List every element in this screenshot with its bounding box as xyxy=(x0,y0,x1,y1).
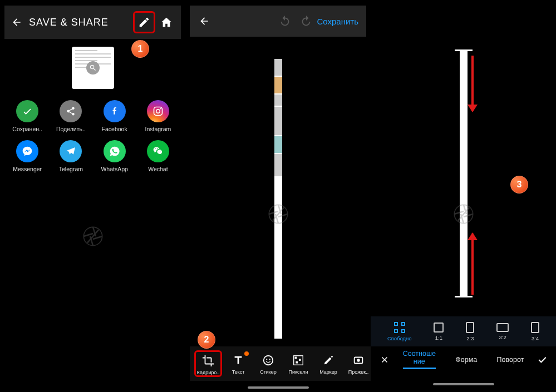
facebook-icon xyxy=(104,100,126,122)
instagram-icon xyxy=(147,100,169,122)
share-wechat[interactable]: Wechat xyxy=(136,140,180,172)
arrow-down xyxy=(471,56,474,111)
share-icon xyxy=(60,100,82,122)
ratio-3-2[interactable]: 3:2 xyxy=(496,323,509,340)
check-icon xyxy=(537,354,548,365)
share-facebook[interactable]: Facebook xyxy=(93,100,136,132)
marker-icon xyxy=(321,353,336,368)
svg-point-1 xyxy=(156,110,160,113)
confirm-button[interactable] xyxy=(534,354,550,365)
ratio-3-4[interactable]: 3:4 xyxy=(531,322,539,341)
ratio-2-3[interactable]: 2:3 xyxy=(466,322,474,341)
badge-3: 3 xyxy=(510,176,528,193)
messenger-icon xyxy=(16,140,38,162)
badge-1: 1 xyxy=(131,40,149,58)
share-messenger[interactable]: Messenger xyxy=(6,140,49,172)
tool-sticker[interactable]: Стикер xyxy=(254,353,282,375)
redo-button[interactable] xyxy=(300,15,312,27)
panel-crop: 3 Свободно 1:1 2:3 3:2 3:4 Соотноше ние … xyxy=(371,0,556,392)
svg-point-5 xyxy=(264,355,273,365)
crop-icon xyxy=(201,354,215,368)
arrow-left-icon xyxy=(11,17,22,28)
svg-point-13 xyxy=(357,359,360,362)
telegram-icon xyxy=(60,140,82,162)
spotlight-icon xyxy=(351,353,366,368)
svg-rect-9 xyxy=(295,356,297,359)
aperture-icon xyxy=(82,225,104,247)
tab-shape[interactable]: Форма xyxy=(455,356,477,364)
undo-button[interactable] xyxy=(279,15,291,27)
screenshot-thumbnail[interactable] xyxy=(72,47,114,89)
save-button[interactable]: Сохранить xyxy=(317,17,358,26)
image-preview-strip[interactable] xyxy=(274,59,282,339)
aperture-icon xyxy=(267,203,289,225)
ratio-1-1[interactable]: 1:1 xyxy=(434,322,444,341)
share-instagram[interactable]: Instagram xyxy=(136,100,180,132)
whatsapp-icon xyxy=(104,140,126,162)
share-generic[interactable]: Поделить.. xyxy=(49,100,92,132)
ratio-free-icon xyxy=(394,322,405,333)
wechat-icon xyxy=(147,140,169,162)
back-button[interactable] xyxy=(193,10,215,32)
close-icon xyxy=(380,355,390,365)
arrow-left-icon xyxy=(199,16,210,27)
ratio-free[interactable]: Свободно xyxy=(387,322,412,341)
svg-point-6 xyxy=(266,359,267,360)
redo-icon xyxy=(300,15,312,27)
mosaic-icon xyxy=(291,353,306,368)
tool-pixels[interactable]: Пиксели xyxy=(284,353,312,375)
tool-spotlight[interactable]: Прожек.. xyxy=(345,353,372,375)
ratio-icon xyxy=(496,323,509,332)
back-button[interactable] xyxy=(8,13,26,31)
text-icon xyxy=(231,353,245,368)
tab-ratio[interactable]: Соотноше ние xyxy=(403,350,436,369)
share-grid: Сохранен.. Поделить.. Facebook Instagram… xyxy=(6,100,180,172)
topbar: SAVE & SHARE xyxy=(4,6,181,39)
smile-icon xyxy=(261,353,275,368)
panel-editor: Сохранить 2 Кадриро.. Текст Стикер Пиксе… xyxy=(185,0,371,392)
crop-image-strip[interactable] xyxy=(460,51,468,296)
ratio-icon xyxy=(466,322,474,333)
share-whatsapp[interactable]: WhatsApp xyxy=(93,140,136,172)
share-save[interactable]: Сохранен.. xyxy=(6,100,49,132)
page-title: SAVE & SHARE xyxy=(29,17,133,28)
ratio-bar: Свободно 1:1 2:3 3:2 3:4 xyxy=(371,316,556,346)
ratio-icon xyxy=(434,322,444,333)
svg-point-2 xyxy=(160,108,161,109)
editor-toolbar: Кадриро.. Текст Стикер Пиксели Маркер Пр… xyxy=(190,346,374,381)
ratio-icon xyxy=(531,322,539,333)
tool-marker[interactable]: Маркер xyxy=(314,353,342,375)
editor-topbar: Сохранить xyxy=(190,6,366,37)
share-telegram[interactable]: Telegram xyxy=(49,140,92,172)
cancel-button[interactable] xyxy=(376,355,393,365)
tool-crop[interactable]: Кадриро.. xyxy=(194,350,222,377)
magnify-icon xyxy=(86,61,100,75)
tool-text[interactable]: Текст xyxy=(224,353,252,375)
pencil-icon xyxy=(138,16,150,28)
checkmark-icon xyxy=(16,100,38,122)
nav-pill[interactable] xyxy=(433,383,494,385)
crop-tab-bar: Соотноше ние Форма Поворот xyxy=(371,346,556,373)
svg-point-7 xyxy=(269,359,270,360)
svg-rect-11 xyxy=(296,361,298,363)
aperture-icon xyxy=(452,203,475,225)
home-icon xyxy=(160,16,173,28)
svg-rect-10 xyxy=(299,359,301,361)
home-button[interactable] xyxy=(155,11,178,33)
arrow-up xyxy=(471,234,474,295)
edit-button[interactable] xyxy=(133,11,155,33)
badge-2: 2 xyxy=(198,331,215,349)
panel-save-share: SAVE & SHARE 1 Сохранен.. Поделить.. Fac… xyxy=(0,0,185,392)
tab-rotate[interactable]: Поворот xyxy=(497,356,524,364)
nav-pill[interactable] xyxy=(248,386,309,389)
undo-icon xyxy=(279,15,291,27)
